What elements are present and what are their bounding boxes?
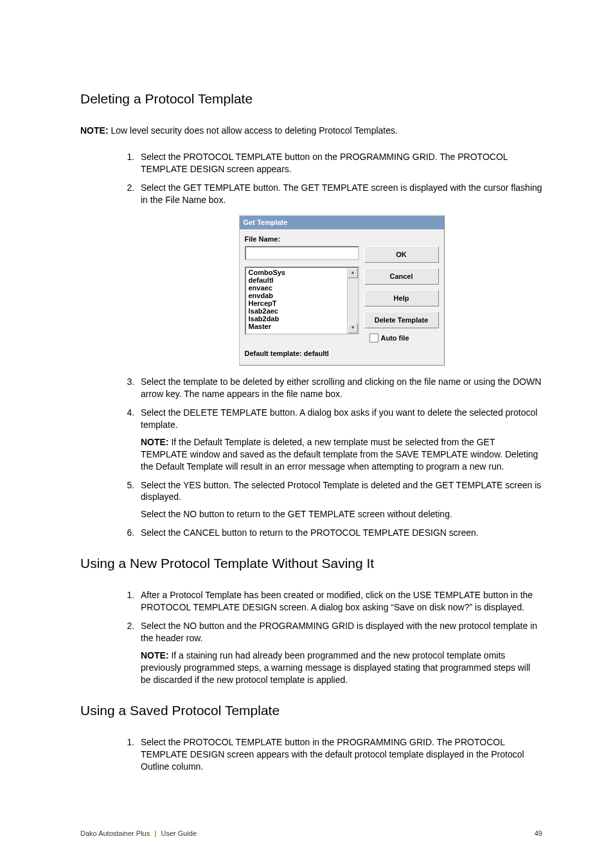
help-button[interactable]: Help xyxy=(364,290,439,306)
footer-doc: User Guide xyxy=(161,829,197,837)
dialog-left-pane: File Name: ComboSys defaultl envaec envd… xyxy=(245,235,359,343)
list-item: Select the DELETE TEMPLATE button. A dia… xyxy=(137,407,542,472)
dialog-titlebar: Get Template xyxy=(240,216,444,229)
scroll-down-icon[interactable]: ▾ xyxy=(348,323,358,333)
auto-file-checkbox[interactable] xyxy=(369,333,378,342)
steps-using-new: After a Protocol Template has been creat… xyxy=(80,589,542,686)
list-item[interactable]: envaec xyxy=(249,284,344,292)
steps-deleting: Select the PROTOCOL TEMPLATE button on t… xyxy=(80,151,542,539)
step2-note: NOTE: If a staining run had already been… xyxy=(141,650,542,686)
list-item: Select the CANCEL button to return to th… xyxy=(137,527,542,539)
heading-deleting-template: Deleting a Protocol Template xyxy=(80,90,542,108)
dialog-right-pane: OK Cancel Help Delete Template Auto file xyxy=(364,235,439,343)
list-item: Select the PROTOCOL TEMPLATE button in t… xyxy=(137,736,542,773)
note-label: NOTE: xyxy=(80,125,109,136)
list-item[interactable]: Master xyxy=(249,323,344,330)
template-list-items[interactable]: ComboSys defaultl envaec envdab HercepT … xyxy=(246,268,347,333)
step-text: Select the CANCEL button to return to th… xyxy=(141,527,479,538)
step-text: Select the DELETE TEMPLATE button. A dia… xyxy=(141,407,537,430)
step-text: Select the template to be deleted by eit… xyxy=(141,376,541,399)
list-item[interactable]: lsab2aec xyxy=(249,307,344,315)
file-name-label: File Name: xyxy=(245,235,359,244)
list-item: Select the NO button and the PROGRAMMING… xyxy=(137,620,542,686)
get-template-dialog: Get Template File Name: ComboSys default… xyxy=(239,215,445,366)
get-template-screenshot: Get Template File Name: ComboSys default… xyxy=(141,215,542,366)
note-text: Low level security does not allow access… xyxy=(109,125,398,136)
cancel-button[interactable]: Cancel xyxy=(364,268,439,285)
list-item[interactable]: HercepT xyxy=(249,299,344,307)
step5-extra: Select the NO button to return to the GE… xyxy=(141,508,542,520)
list-item: Select the GET TEMPLATE button. The GET … xyxy=(137,182,542,366)
footer-product: Dako Autostainer Plus xyxy=(80,829,150,837)
list-scrollbar[interactable]: ▴ ▾ xyxy=(347,268,358,333)
dialog-body: File Name: ComboSys defaultl envaec envd… xyxy=(240,229,444,347)
list-item: Select the PROTOCOL TEMPLATE button on t… xyxy=(137,151,542,175)
page-footer: Dako Autostainer Plus | User Guide 49 xyxy=(80,829,542,838)
auto-file-label: Auto file xyxy=(381,333,409,343)
page: Deleting a Protocol Template NOTE: Low l… xyxy=(0,0,613,868)
step-text: Select the NO button and the PROGRAMMING… xyxy=(141,621,537,643)
step-text: Select the PROTOCOL TEMPLATE button on t… xyxy=(141,152,508,174)
note-text: If a staining run had already been progr… xyxy=(141,650,530,685)
list-item[interactable]: lsab2dab xyxy=(249,315,344,323)
default-template-value: defaultl xyxy=(302,350,329,357)
step-text: After a Protocol Template has been creat… xyxy=(141,590,533,612)
step-text: Select the YES button. The selected Prot… xyxy=(141,480,541,502)
list-item[interactable]: defaultl xyxy=(249,276,344,284)
list-item: Select the YES button. The selected Prot… xyxy=(137,479,542,521)
delete-template-button[interactable]: Delete Template xyxy=(364,312,439,328)
note-label: NOTE: xyxy=(141,437,169,447)
scroll-up-icon[interactable]: ▴ xyxy=(348,268,358,278)
file-name-input[interactable] xyxy=(245,246,359,260)
template-listbox[interactable]: ComboSys defaultl envaec envdab HercepT … xyxy=(245,267,359,335)
step4-note: NOTE: If the Default Template is deleted… xyxy=(141,436,542,473)
steps-using-saved: Select the PROTOCOL TEMPLATE button in t… xyxy=(80,736,542,773)
list-item: After a Protocol Template has been creat… xyxy=(137,589,542,614)
step-text: Select the GET TEMPLATE button. The GET … xyxy=(141,182,542,205)
heading-using-saved-template: Using a Saved Protocol Template xyxy=(80,702,542,720)
page-number: 49 xyxy=(535,829,542,838)
list-item[interactable]: ComboSys xyxy=(249,269,344,276)
list-item: Select the template to be deleted by eit… xyxy=(137,376,542,400)
footer-left: Dako Autostainer Plus | User Guide xyxy=(80,829,197,838)
default-template-label: Default template: xyxy=(245,350,302,357)
note-label: NOTE: xyxy=(141,650,169,660)
ok-button[interactable]: OK xyxy=(364,246,439,263)
note-text: If the Default Template is deleted, a ne… xyxy=(141,437,538,472)
auto-file-row: Auto file xyxy=(364,333,439,343)
footer-separator-icon: | xyxy=(150,829,161,837)
dialog-footer: Default template: defaultl xyxy=(240,346,444,365)
step-text: Select the PROTOCOL TEMPLATE button in t… xyxy=(141,737,524,772)
list-item[interactable]: envdab xyxy=(249,292,344,299)
security-note: NOTE: Low level security does not allow … xyxy=(80,125,542,137)
heading-using-new-template: Using a New Protocol Template Without Sa… xyxy=(80,554,542,572)
